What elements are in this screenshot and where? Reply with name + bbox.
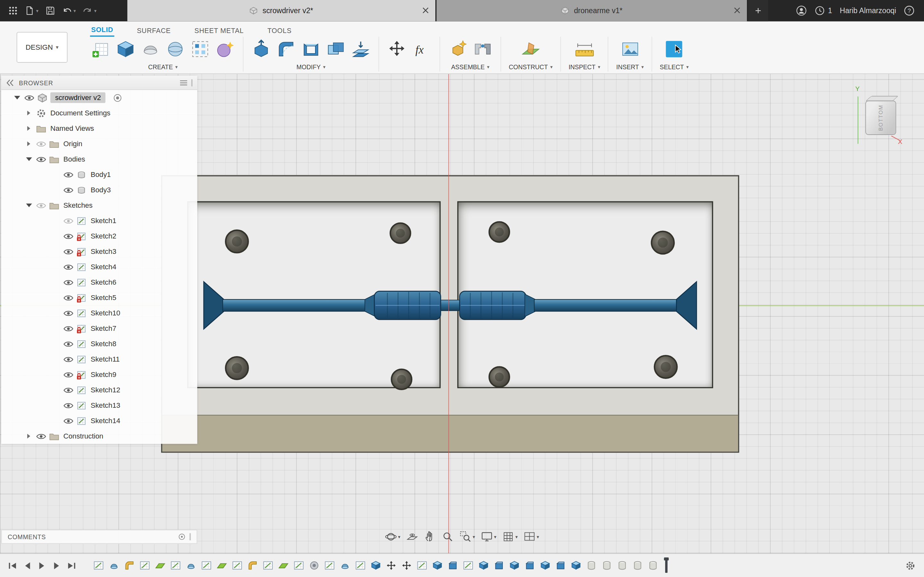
app-grid-icon[interactable] bbox=[8, 6, 18, 15]
screw-boss[interactable] bbox=[489, 367, 509, 387]
expander-icon[interactable] bbox=[25, 432, 33, 440]
feature-box-icon[interactable] bbox=[448, 560, 458, 570]
visibility-eye-icon[interactable] bbox=[63, 169, 73, 179]
timeline-settings-gear-icon[interactable] bbox=[905, 560, 916, 571]
file-caret-icon[interactable]: ▾ bbox=[36, 8, 39, 13]
browser-row-sketch5[interactable]: Sketch5 bbox=[1, 290, 197, 306]
browser-row-sketch2[interactable]: Sketch2 bbox=[1, 229, 197, 244]
screw-boss[interactable] bbox=[652, 231, 674, 254]
feature-cylinder-icon[interactable] bbox=[586, 560, 596, 570]
feature-sketch-icon[interactable] bbox=[463, 560, 473, 570]
insert-group-label[interactable]: INSERT▾ bbox=[616, 62, 644, 72]
help-icon[interactable]: ? bbox=[904, 5, 914, 16]
create-sketch-icon[interactable] bbox=[90, 39, 111, 60]
screw-boss[interactable] bbox=[226, 230, 248, 253]
doc-tab-active[interactable]: scrowdriver v2* bbox=[128, 0, 435, 21]
feature-sketch-icon[interactable] bbox=[263, 560, 273, 570]
browser-row-document-settings[interactable]: Document Settings bbox=[1, 105, 197, 121]
screw-boss[interactable] bbox=[391, 369, 412, 390]
feature-extrude-icon[interactable] bbox=[509, 560, 519, 570]
feature-plane-icon[interactable] bbox=[155, 560, 165, 570]
feature-box-icon[interactable] bbox=[525, 560, 535, 570]
browser-row-body3[interactable]: Body3 bbox=[1, 182, 197, 198]
select-group-label[interactable]: SELECT▾ bbox=[660, 62, 688, 72]
comment-marker-icon[interactable] bbox=[178, 533, 186, 540]
browser-row-sketch9[interactable]: Sketch9 bbox=[1, 367, 197, 382]
create-group-label[interactable]: CREATE▾ bbox=[148, 62, 178, 72]
close-tab-icon[interactable] bbox=[422, 6, 429, 14]
dropdown-caret-icon[interactable]: ▾ bbox=[494, 534, 496, 540]
insert-image-icon[interactable] bbox=[620, 39, 640, 60]
browser-row-sketch13[interactable]: Sketch13 bbox=[1, 398, 197, 413]
feature-sketch-icon[interactable] bbox=[171, 560, 181, 570]
browser-row-sketch3[interactable]: Sketch3 bbox=[1, 244, 197, 259]
expander-icon[interactable] bbox=[25, 109, 33, 117]
offset-face-icon[interactable] bbox=[351, 39, 371, 60]
save-icon[interactable] bbox=[45, 6, 55, 15]
nav-viewports[interactable]: ▾ bbox=[523, 531, 539, 543]
file-menu-icon[interactable] bbox=[25, 6, 35, 15]
visibility-eye-icon[interactable] bbox=[24, 93, 34, 103]
visibility-eye-icon[interactable] bbox=[63, 247, 73, 256]
feature-cylinder-icon[interactable] bbox=[617, 560, 627, 570]
ribbon-tab-tools[interactable]: TOOLS bbox=[266, 24, 293, 37]
screw-boss[interactable] bbox=[489, 222, 509, 242]
feature-sketch-icon[interactable] bbox=[294, 560, 304, 570]
visibility-eye-icon[interactable] bbox=[63, 416, 73, 426]
doc-tab-inactive[interactable]: dronearme v1* bbox=[437, 0, 747, 21]
assemble-group-label[interactable]: ASSEMBLE▾ bbox=[451, 62, 489, 72]
browser-row-sketch14[interactable]: Sketch14 bbox=[1, 413, 197, 429]
browser-row-sketch4[interactable]: Sketch4 bbox=[1, 259, 197, 275]
timeline-position-marker[interactable] bbox=[665, 558, 667, 573]
browser-row-origin[interactable]: Origin bbox=[1, 136, 197, 152]
redo-caret-icon[interactable]: ▾ bbox=[94, 8, 97, 13]
viewcube-cube[interactable]: BOTTOM bbox=[865, 101, 896, 135]
feature-sketch-icon[interactable] bbox=[355, 560, 365, 570]
visibility-eye-icon[interactable] bbox=[36, 139, 46, 149]
feature-revolve-icon[interactable] bbox=[109, 560, 119, 570]
visibility-eye-icon[interactable] bbox=[63, 400, 73, 410]
sweep-icon[interactable] bbox=[165, 39, 186, 60]
visibility-eye-icon[interactable] bbox=[63, 293, 73, 303]
measure-icon[interactable] bbox=[574, 39, 594, 60]
nav-grid-settings[interactable]: ▾ bbox=[502, 531, 518, 543]
nav-zoom-window[interactable]: ▾ bbox=[460, 531, 475, 543]
shell-icon[interactable] bbox=[301, 39, 321, 60]
change-parameters-icon[interactable]: fx bbox=[412, 39, 432, 60]
design-dropdown[interactable]: DESIGN ▾ bbox=[17, 32, 68, 63]
browser-row-sketches[interactable]: Sketches bbox=[1, 198, 197, 213]
move-copy-icon[interactable] bbox=[387, 39, 407, 60]
activate-radio-icon[interactable] bbox=[113, 93, 122, 102]
feature-fillet-icon[interactable] bbox=[248, 560, 258, 570]
playback-step-back-icon[interactable] bbox=[23, 561, 31, 570]
screwdriver-cavity-right[interactable] bbox=[460, 282, 696, 329]
feature-revolve-icon[interactable] bbox=[340, 560, 350, 570]
feature-extrude-icon[interactable] bbox=[571, 560, 581, 570]
playback-skip-start-icon[interactable] bbox=[8, 561, 17, 570]
visibility-eye-icon[interactable] bbox=[63, 308, 73, 318]
browser-root-component[interactable]: scrowdriver v2 bbox=[1, 90, 197, 105]
expander-icon[interactable] bbox=[25, 124, 33, 133]
feature-plane-icon[interactable] bbox=[217, 560, 227, 570]
expander-icon[interactable] bbox=[25, 140, 33, 148]
feature-sketch-icon[interactable] bbox=[94, 560, 103, 570]
visibility-eye-icon[interactable] bbox=[63, 262, 73, 272]
inspect-group-label[interactable]: INSPECT▾ bbox=[569, 62, 600, 72]
browser-row-sketch1[interactable]: Sketch1 bbox=[1, 213, 197, 229]
visibility-eye-icon[interactable] bbox=[63, 339, 73, 349]
feature-extrude-icon[interactable] bbox=[433, 560, 443, 570]
ribbon-tab-sheet-metal[interactable]: SHEET METAL bbox=[193, 24, 245, 37]
playback-play-icon[interactable] bbox=[38, 561, 46, 570]
feature-move-icon[interactable] bbox=[402, 560, 412, 570]
viewcube[interactable]: Y BOTTOM X bbox=[858, 90, 909, 147]
feature-cylinder-icon[interactable] bbox=[602, 560, 612, 570]
expander-icon[interactable] bbox=[25, 201, 33, 210]
mold-model[interactable] bbox=[161, 175, 739, 453]
new-component-icon[interactable] bbox=[448, 39, 468, 60]
user-name[interactable]: Harib Almarzooqi bbox=[840, 6, 897, 15]
feature-sketch-icon[interactable] bbox=[417, 560, 427, 570]
dropdown-caret-icon[interactable]: ▾ bbox=[473, 534, 475, 540]
feature-box-icon[interactable] bbox=[494, 560, 504, 570]
redo-icon[interactable] bbox=[83, 6, 93, 15]
screw-boss[interactable] bbox=[654, 356, 677, 378]
